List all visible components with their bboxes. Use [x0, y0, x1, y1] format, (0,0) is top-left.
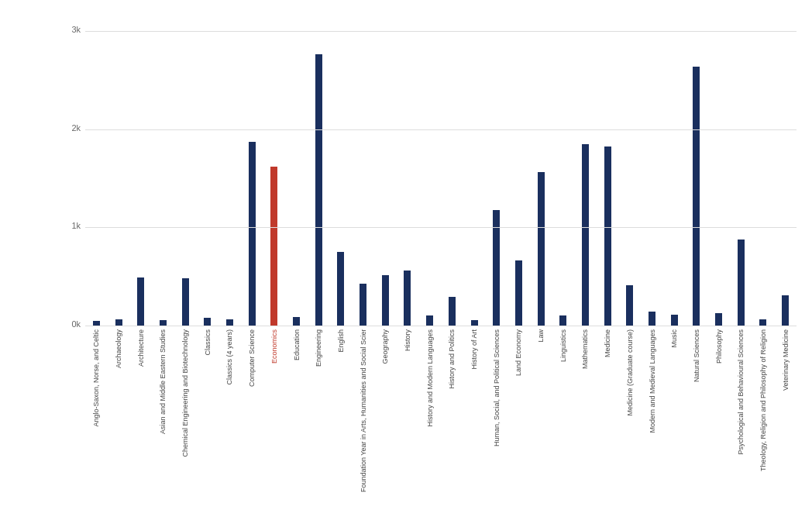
bar: [538, 172, 545, 326]
bar-group: [441, 31, 463, 326]
bar-group: [597, 31, 619, 326]
x-label-group: History of Art: [463, 329, 486, 370]
grid-line-3000: [85, 31, 797, 32]
bar-group: [374, 31, 397, 326]
x-label-group: Anglo-Saxon, Norse, and Celtic: [85, 329, 108, 427]
x-label: Medicine: [604, 329, 611, 357]
x-label: Education: [293, 329, 301, 360]
x-label: Classics: [204, 329, 212, 356]
x-label-group: Chemical Engineering and Biotechnology: [174, 329, 197, 457]
y-tick-0: 0k: [48, 319, 81, 329]
bar: [759, 319, 766, 326]
bar-group: [574, 31, 597, 326]
bar-group: [397, 31, 419, 326]
bar-group: [196, 31, 218, 326]
y-tick-2000: 2k: [48, 123, 81, 133]
x-label: Archaeology: [115, 329, 122, 368]
bar: [782, 295, 789, 326]
bar-group: [686, 31, 708, 326]
x-label: History and Politics: [448, 329, 456, 389]
chart-container: 3k2k1k0k Anglo-Saxon, Norse, and CelticA…: [0, 0, 812, 517]
x-label-group: Linguistics: [552, 329, 574, 362]
bar: [559, 315, 566, 326]
x-label-group: Veterinary Medicine: [774, 329, 797, 391]
y-tick-3000: 3k: [48, 25, 81, 34]
bar-group: [530, 31, 552, 326]
bar: [649, 312, 655, 326]
x-label-group: Architecture: [129, 329, 152, 367]
x-label-group: Geography: [374, 329, 397, 364]
bar-group: [263, 31, 286, 326]
x-label: Architecture: [137, 329, 145, 367]
bar: [382, 275, 389, 326]
bar: [738, 240, 745, 326]
bar-group: [752, 31, 775, 326]
x-label: Engineering: [315, 329, 322, 367]
x-label: History: [404, 329, 411, 351]
bar: [515, 260, 522, 326]
bar-group: [619, 31, 642, 326]
bar: [604, 146, 611, 326]
bar: [315, 54, 322, 326]
x-label: Computer Science: [248, 329, 256, 387]
bar: [449, 297, 456, 326]
x-label-group: Natural Sciences: [686, 329, 708, 382]
bar: [137, 277, 144, 326]
x-label-group: Asian and Middle Eastern Studies: [152, 329, 174, 434]
bar-group: [129, 31, 152, 326]
bar-group: [774, 31, 797, 326]
bar: [204, 318, 211, 326]
bar: [582, 144, 589, 326]
bar-group: [463, 31, 486, 326]
bar: [160, 320, 167, 326]
x-label: Psychological and Behavioural Sciences: [737, 329, 745, 455]
y-tick-1000: 1k: [48, 221, 81, 230]
x-label-group: Mathematics: [574, 329, 597, 369]
x-label-group: Human, Social, and Political Sciences: [485, 329, 508, 446]
x-label: Theology, Religion and Philosophy of Rel…: [759, 329, 767, 471]
bar-group: [241, 31, 263, 326]
x-label-group: English: [330, 329, 353, 353]
x-label: Foundation Year in Arts, Humanities and …: [360, 329, 367, 492]
x-label-group: Music: [663, 329, 686, 348]
x-label: Law: [537, 329, 545, 343]
bar: [226, 319, 233, 326]
x-label-group: Engineering: [308, 329, 330, 367]
x-label-group: Medicine: [597, 329, 619, 357]
x-label: Land Economy: [514, 329, 522, 376]
bar-group: [730, 31, 752, 326]
x-label-group: History and Modern Languages: [418, 329, 441, 427]
bar: [626, 285, 633, 326]
x-label: Modern and Medieval Languages: [649, 329, 656, 433]
grid-line-0: [85, 326, 797, 326]
x-label: History of Art: [470, 329, 478, 370]
x-label: Mathematics: [581, 329, 589, 369]
x-label: English: [337, 329, 345, 353]
x-label-group: History and Politics: [441, 329, 463, 389]
bar-group: [663, 31, 686, 326]
x-label-group: Foundation Year in Arts, Humanities and …: [352, 329, 374, 492]
x-label: Veterinary Medicine: [782, 329, 790, 391]
bar: [671, 315, 678, 326]
x-label: Human, Social, and Political Sciences: [493, 329, 501, 446]
grid-line-1000: [85, 227, 797, 228]
bar: [715, 313, 722, 326]
x-label-group: Classics: [196, 329, 218, 356]
bar-group: [285, 31, 308, 326]
x-label: Asian and Middle Eastern Studies: [159, 329, 167, 434]
x-label: Natural Sciences: [693, 329, 700, 382]
x-label: Anglo-Saxon, Norse, and Celtic: [92, 329, 100, 427]
x-label: Music: [670, 329, 678, 348]
bar: [249, 142, 256, 326]
x-label: Economics: [270, 329, 278, 364]
bar-group: [707, 31, 730, 326]
bar-group: [308, 31, 330, 326]
bar-group: [552, 31, 574, 326]
x-label-group: Philosophy: [707, 329, 730, 364]
bar-group: [485, 31, 508, 326]
bar-group: [218, 31, 241, 326]
bar: [471, 320, 478, 326]
bar-group: [641, 31, 663, 326]
bar-group: [508, 31, 530, 326]
x-label: Medicine (Graduate course): [626, 329, 634, 416]
